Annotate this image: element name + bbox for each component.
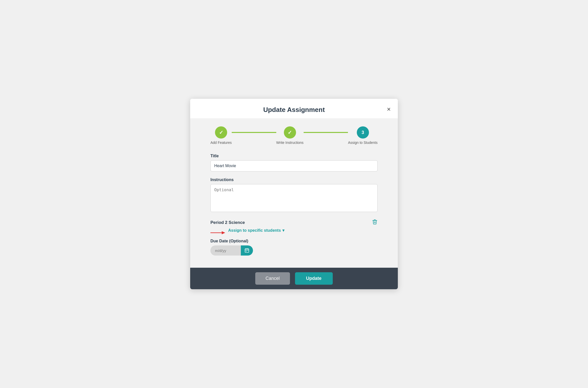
calendar-button[interactable] (241, 245, 253, 256)
assign-indicator: Assign to specific students ▾ (210, 228, 378, 237)
section-title: Period 2 Science (210, 220, 245, 225)
due-date-group: Due Date (Optional) (210, 239, 378, 256)
stepper-line-1 (232, 132, 276, 133)
title-group: Title (210, 154, 378, 171)
calendar-icon (244, 248, 249, 253)
modal-body: ✓ Add Features ✓ Write Instructions 3 As… (190, 118, 398, 268)
step-assign-students: 3 Assign to Students (348, 126, 378, 145)
step-label-write-instructions: Write Instructions (276, 141, 304, 145)
svg-rect-2 (245, 249, 249, 252)
stepper: ✓ Add Features ✓ Write Instructions 3 As… (210, 126, 378, 145)
section-header: Period 2 Science (210, 219, 378, 226)
step-circle-write-instructions: ✓ (284, 126, 296, 139)
chevron-down-icon: ▾ (282, 228, 284, 233)
date-input-wrapper (210, 245, 253, 256)
section-block: Period 2 Science (210, 219, 378, 256)
assign-specific-students-button[interactable]: Assign to specific students ▾ (228, 228, 284, 233)
svg-marker-1 (222, 231, 225, 234)
title-label: Title (210, 154, 378, 158)
step-add-features: ✓ Add Features (210, 126, 232, 145)
close-button[interactable]: × (387, 106, 391, 112)
step-write-instructions: ✓ Write Instructions (276, 126, 304, 145)
instructions-label: Instructions (210, 178, 378, 182)
modal-header: Update Assignment × (190, 99, 398, 118)
modal-footer: Cancel Update (190, 268, 398, 289)
assign-link-text: Assign to specific students (228, 228, 281, 233)
due-date-label: Due Date (Optional) (210, 239, 378, 243)
step-number-assign-students: 3 (362, 130, 364, 135)
instructions-textarea[interactable] (210, 184, 378, 212)
arrow-svg (210, 230, 226, 235)
svg-rect-6 (246, 251, 247, 252)
stepper-line-2 (304, 132, 348, 133)
update-button[interactable]: Update (295, 272, 333, 285)
step-label-assign-students: Assign to Students (348, 141, 378, 145)
step-label-add-features: Add Features (210, 141, 232, 145)
delete-section-button[interactable] (372, 219, 378, 226)
instructions-group: Instructions (210, 178, 378, 213)
modal-title: Update Assignment (263, 106, 325, 114)
update-assignment-modal: Update Assignment × ✓ Add Features ✓ Wri… (190, 99, 398, 289)
due-date-row (210, 245, 378, 256)
step-circle-assign-students: 3 (357, 126, 369, 139)
date-input[interactable] (210, 246, 241, 255)
red-arrow-icon (210, 230, 226, 235)
trash-icon (372, 219, 378, 225)
step-circle-add-features: ✓ (215, 126, 227, 139)
title-input[interactable] (210, 160, 378, 171)
cancel-button[interactable]: Cancel (255, 272, 290, 285)
